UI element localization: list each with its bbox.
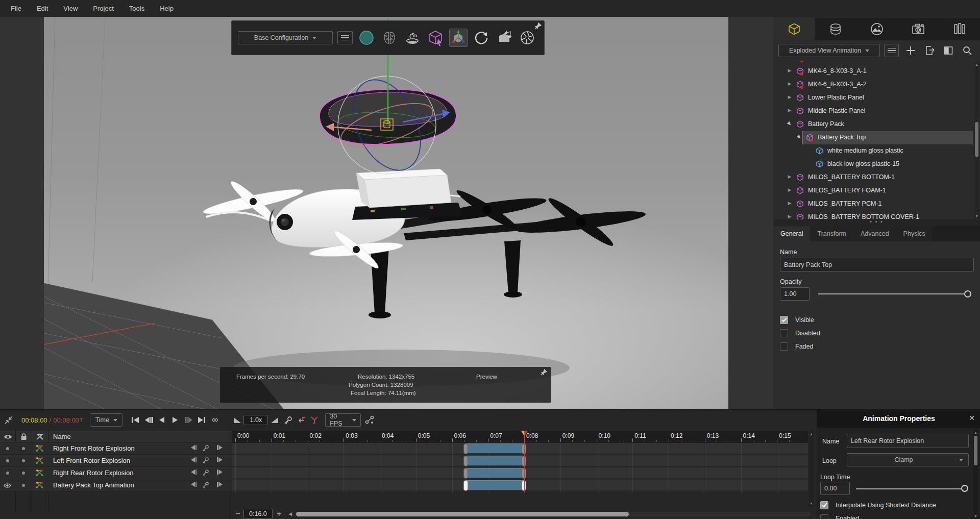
animation-bar[interactable] (465, 443, 524, 453)
tab-general[interactable]: General (773, 226, 810, 241)
animation-bar[interactable] (465, 468, 524, 478)
keyframe-start-handle[interactable] (463, 456, 468, 466)
brain-icon[interactable] (380, 29, 399, 47)
animation-curve-icon[interactable] (36, 482, 43, 490)
next-key-icon[interactable] (216, 469, 224, 477)
eye-icon[interactable] (4, 482, 11, 490)
tree-item[interactable] (773, 61, 980, 65)
turntable-icon[interactable] (403, 29, 422, 47)
loop-playback-icon[interactable]: ∞ (208, 415, 222, 425)
tab-materials[interactable] (815, 18, 856, 40)
tree-item[interactable]: ▶Battery Pack (773, 118, 980, 131)
tree-expander-icon[interactable]: ▶ (787, 81, 793, 86)
lock-dot[interactable] (22, 484, 25, 487)
playback-speed-field[interactable]: 1.0x (243, 415, 268, 425)
animation-properties-titlebar[interactable]: Animation Properties (817, 409, 980, 428)
animation-curve-icon[interactable] (36, 469, 43, 478)
zoom-out-button[interactable]: − (232, 509, 243, 518)
checkbox[interactable] (780, 329, 788, 337)
tab-model[interactable] (773, 18, 815, 40)
animation-name-field[interactable] (847, 434, 969, 448)
menu-view[interactable]: View (56, 5, 85, 12)
split-view-icon[interactable] (941, 46, 956, 55)
close-icon[interactable]: ✕ (969, 414, 975, 422)
keyframe-start-handle[interactable] (463, 468, 468, 479)
opacity-slider[interactable] (818, 293, 971, 294)
tree-expander-icon[interactable]: ▶ (787, 108, 793, 113)
checkbox[interactable] (820, 501, 828, 509)
tab-panels[interactable] (939, 18, 980, 40)
previous-key-icon[interactable] (190, 469, 197, 477)
animation-bar[interactable] (465, 480, 524, 490)
playhead-line[interactable] (524, 431, 525, 492)
timeline-scrollbar-thumb[interactable] (296, 512, 629, 516)
previous-key-icon[interactable] (190, 457, 197, 464)
add-key-icon[interactable] (202, 481, 209, 490)
loop-dropdown[interactable]: Clamp (847, 453, 969, 466)
loop-time-slider[interactable] (856, 488, 967, 489)
add-key-icon[interactable] (202, 469, 209, 478)
tree-expander-icon[interactable]: ▶ (787, 174, 793, 179)
tree-item[interactable]: ▶MILOS_BATTERY BOTTOM COVER-1 (773, 211, 980, 219)
visibility-dot[interactable] (6, 472, 9, 475)
lock-icon[interactable] (15, 431, 32, 442)
track-row[interactable]: Battery Pack Top Animation (0, 479, 232, 491)
pin-icon[interactable] (541, 369, 547, 377)
menu-tools[interactable]: Tools (121, 5, 152, 12)
checkbox[interactable] (820, 514, 828, 519)
panel-scrollbar[interactable]: ▲ ▼ (973, 430, 978, 519)
tree-scrollbar[interactable]: ▲ ▼ (974, 62, 979, 219)
scroll-down-icon[interactable]: ▼ (973, 514, 978, 518)
panel-scrollbar-thumb[interactable] (974, 436, 977, 465)
menu-project[interactable]: Project (85, 5, 121, 12)
autokey-flag-icon[interactable] (295, 416, 308, 424)
tree-item[interactable]: ▶Lower Plastic Panel (773, 91, 980, 105)
play-forward-button[interactable] (168, 416, 182, 424)
opacity-slider-handle[interactable] (964, 290, 971, 298)
tree-item[interactable]: ▶Battery Pack Top (773, 131, 980, 144)
tree-item[interactable]: white medium gloss plastic (773, 144, 980, 158)
play-backward-button[interactable] (155, 416, 168, 424)
add-icon[interactable] (903, 46, 918, 55)
lanes-scrollbar[interactable]: ▲ ▼ (809, 431, 814, 507)
eye-icon[interactable] (0, 431, 15, 442)
cube-select-icon[interactable] (426, 29, 445, 47)
tab-camera[interactable] (897, 18, 939, 40)
tree-item[interactable]: ▶MK4-6_8-X03-3_A-2 (773, 78, 980, 91)
view-set-dropdown[interactable]: Exploded View Animation (778, 44, 880, 57)
tree-item[interactable]: ▶MILOS_BATTERY FOAM-1 (773, 184, 980, 197)
fps-dropdown[interactable]: 30 FPS (325, 413, 361, 427)
material-sphere-icon[interactable] (357, 29, 376, 47)
configuration-menu-button[interactable] (337, 31, 353, 44)
name-field[interactable] (780, 258, 974, 271)
checkbox[interactable] (780, 316, 788, 324)
search-icon[interactable] (960, 46, 975, 55)
timeline-scrollbar[interactable] (295, 512, 811, 516)
tree-expander-icon[interactable]: ▶ (787, 94, 793, 100)
pin-icon[interactable] (534, 22, 542, 31)
aperture-icon[interactable] (518, 29, 536, 47)
tree-expander-icon[interactable]: ▶ (787, 68, 793, 73)
panel-splitter[interactable]: • • • (773, 219, 980, 226)
import-box-icon[interactable] (495, 29, 513, 47)
tree-item[interactable]: ▶Middle Plastic Panel (773, 105, 980, 118)
next-key-icon[interactable] (216, 444, 224, 452)
timeline-lanes[interactable] (232, 442, 808, 492)
viewport-3d[interactable] (44, 17, 728, 409)
scroll-up-icon[interactable]: ▲ (974, 63, 979, 66)
animation-curve-icon[interactable] (36, 445, 43, 453)
tree-item[interactable]: ▶MILOS_BATTERY BOTTOM-1 (773, 171, 980, 184)
track-row[interactable]: Left Front Rotor Explosion (0, 455, 232, 467)
ramp-out-icon[interactable] (268, 417, 281, 424)
timeline-ruler[interactable]: 0:000:010:020:030:040:050:060:070:080:09… (232, 431, 808, 442)
skip-to-end-button[interactable] (195, 416, 208, 424)
tree-item[interactable]: ▶MK4-6_8-X03-3_A-1 (773, 65, 980, 78)
add-key-icon[interactable] (202, 444, 209, 453)
menu-edit[interactable]: Edit (29, 5, 56, 12)
tab-transform[interactable]: Transform (810, 226, 853, 241)
opacity-field[interactable] (780, 287, 810, 301)
next-key-icon[interactable] (216, 457, 224, 464)
playhead-marker[interactable] (521, 431, 528, 438)
curve-editor-icon[interactable] (361, 415, 378, 425)
tree-expander-icon[interactable]: ▶ (786, 119, 794, 128)
